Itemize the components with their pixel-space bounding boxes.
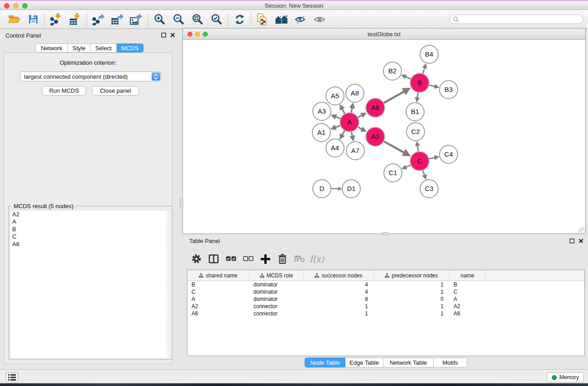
task-history-button[interactable] [6, 372, 18, 382]
deselect-all-rows-button[interactable] [240, 252, 256, 266]
graph-edge-B-B3[interactable] [429, 85, 435, 86]
table-row[interactable]: Cdominator41C [187, 288, 584, 295]
select-all-rows-button[interactable] [223, 252, 239, 266]
tab-network-table[interactable]: Network Table [383, 357, 434, 367]
hide-selected-button[interactable] [291, 12, 310, 27]
import-network-button[interactable] [47, 12, 66, 27]
table-cell[interactable]: A2 [449, 303, 486, 310]
tab-style[interactable]: Style [68, 43, 91, 52]
table-row[interactable]: Bdominator41B [187, 281, 584, 288]
graph-edge-A-A6[interactable] [358, 115, 362, 118]
table-cell[interactable]: 1 [304, 303, 374, 310]
table-cell[interactable]: dominator [249, 281, 304, 288]
table-cell[interactable]: A6 [187, 310, 249, 317]
memory-button[interactable]: Memory [547, 372, 584, 382]
function-builder-button[interactable]: f(x) [309, 252, 325, 266]
network-window-titlebar[interactable]: testGlobe.txt [183, 29, 585, 40]
graph-edge-A-A4[interactable] [342, 130, 345, 135]
vertical-splitter-handle[interactable] [180, 198, 183, 208]
tab-network[interactable]: Network [35, 43, 68, 52]
table-settings-button[interactable] [189, 252, 204, 266]
tab-mcds[interactable]: MCDS [117, 43, 143, 52]
table-cell[interactable]: 4 [304, 289, 374, 295]
table-row[interactable]: A6connector11A6 [187, 310, 584, 317]
graph-edge-B-B2[interactable] [406, 76, 411, 79]
table-cell[interactable]: dominator [249, 296, 304, 302]
table-cell[interactable]: 1 [374, 289, 449, 295]
table-cell[interactable]: B [449, 281, 486, 288]
float-panel-icon[interactable] [161, 33, 166, 38]
criterion-select[interactable]: largest connected component (directed) [20, 71, 161, 81]
run-mcds-button[interactable]: Run MCDS [42, 86, 86, 95]
graph-edge-A-A2[interactable] [358, 127, 362, 129]
mcds-result-item[interactable]: C [10, 233, 171, 240]
graph-edge-A-A8[interactable] [351, 108, 352, 113]
close-table-panel-icon[interactable] [578, 238, 583, 243]
table-cell[interactable]: 1 [374, 310, 449, 317]
delete-columns-button[interactable] [275, 252, 290, 266]
graph-edge-B-B4[interactable] [423, 68, 425, 74]
export-image-button[interactable] [127, 12, 146, 27]
table-row[interactable]: Adominator80A [187, 295, 584, 303]
graph-edge-A6-B[interactable] [383, 91, 404, 103]
tab-select[interactable]: Select [91, 43, 117, 52]
horizontal-splitter-handle[interactable] [382, 232, 388, 235]
show-all-button[interactable] [310, 12, 329, 27]
zoom-out-button[interactable] [169, 12, 188, 27]
table-cell[interactable]: B [187, 281, 249, 288]
tab-node-table[interactable]: Node Table [305, 357, 345, 367]
clone-network-button[interactable] [253, 12, 272, 27]
column-header-successor-nodes[interactable]: successor nodes [304, 270, 374, 281]
open-session-button[interactable] [5, 12, 24, 27]
mcds-result-scrollbar[interactable] [167, 211, 171, 358]
table-cell[interactable]: C [187, 289, 249, 295]
zoom-fit-button[interactable] [188, 12, 207, 27]
column-header-predecessor-nodes[interactable]: predecessor nodes [374, 270, 449, 281]
close-panel-button[interactable]: Close panel [92, 86, 139, 95]
table-cell[interactable]: 0 [374, 296, 449, 302]
table-cell[interactable]: A6 [449, 310, 486, 317]
graph-edge-C-C4[interactable] [429, 157, 435, 159]
refresh-button[interactable] [230, 12, 249, 27]
mcds-result-list[interactable]: A2ABCA6 [10, 211, 171, 358]
graph-edge-A-A5[interactable] [342, 109, 345, 114]
close-panel-icon[interactable] [170, 33, 175, 38]
mcds-result-item[interactable]: A6 [10, 241, 171, 248]
mcds-result-item[interactable]: B [10, 226, 171, 233]
table-cell[interactable]: 1 [374, 303, 449, 310]
table-cell[interactable]: 4 [304, 281, 374, 288]
table-cell[interactable]: A2 [187, 303, 249, 310]
graph-edge-A-A7[interactable] [351, 132, 352, 136]
delete-table-button[interactable] [292, 252, 307, 266]
graph-edge-B-B1[interactable] [417, 92, 418, 98]
table-cell[interactable]: A [449, 296, 486, 302]
export-table-button[interactable] [108, 12, 127, 27]
table-cell[interactable]: 8 [304, 296, 374, 302]
table-row[interactable]: A2connector11A2 [187, 303, 584, 310]
resize-grip-icon[interactable] [579, 227, 585, 233]
network-graph[interactable]: AA1A2A3A4A5A6A7A8BB1B2B3B4CC1C2C3C4DD1 [183, 40, 585, 234]
graph-edge-C-C1[interactable] [406, 165, 411, 167]
graph-edge-A-A1[interactable] [335, 125, 341, 127]
mcds-result-item[interactable]: A2 [10, 211, 171, 218]
table-cell[interactable]: A [187, 296, 249, 302]
graph-edge-C-C2[interactable] [417, 146, 418, 152]
column-header-shared-name[interactable]: shared name [187, 270, 249, 281]
mcds-result-item[interactable]: A [10, 218, 171, 225]
float-table-panel-icon[interactable] [569, 238, 574, 243]
zoom-in-button[interactable] [150, 12, 169, 27]
add-column-button[interactable] [258, 252, 273, 266]
table-cell[interactable]: connector [249, 303, 304, 310]
zoom-selected-button[interactable] [207, 12, 226, 27]
split-panel-button[interactable] [206, 252, 221, 266]
table-cell[interactable]: 1 [304, 310, 374, 317]
tab-edge-table[interactable]: Edge Table [345, 357, 383, 367]
table-cell[interactable]: dominator [249, 289, 304, 295]
save-session-button[interactable] [24, 12, 43, 27]
import-table-button[interactable] [66, 12, 85, 27]
tab-motifs[interactable]: Motifs [434, 357, 467, 367]
table-cell[interactable]: C [449, 289, 486, 295]
table-cell[interactable]: connector [249, 310, 304, 317]
search-input[interactable] [449, 14, 583, 24]
table-cell[interactable]: 1 [374, 281, 449, 288]
